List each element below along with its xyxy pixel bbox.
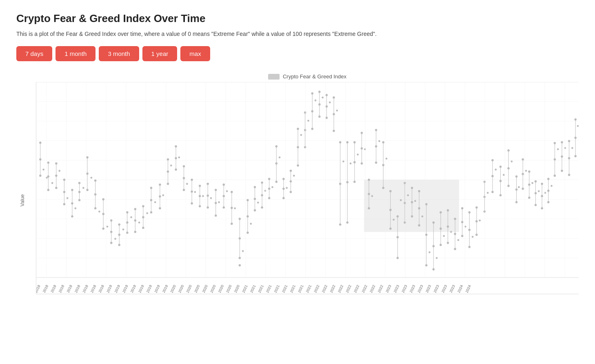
svg-point-65 <box>118 234 120 236</box>
svg-point-217 <box>404 182 406 184</box>
svg-point-102 <box>191 202 193 204</box>
btn-7days[interactable]: 7 days <box>16 46 52 61</box>
svg-point-182 <box>339 183 341 185</box>
svg-point-295 <box>541 207 543 209</box>
svg-point-190 <box>353 161 355 163</box>
svg-point-358 <box>357 154 359 155</box>
svg-point-25 <box>39 158 41 160</box>
svg-point-199 <box>368 207 370 209</box>
svg-point-101 <box>191 191 193 193</box>
svg-point-344 <box>257 202 259 203</box>
svg-point-251 <box>461 235 463 237</box>
svg-point-179 <box>333 130 335 132</box>
svg-point-277 <box>515 175 517 178</box>
page-title: Crypto Fear & Greed Index Over Time <box>16 12 579 25</box>
svg-point-64 <box>118 224 120 226</box>
svg-point-246 <box>454 233 456 235</box>
svg-point-213 <box>397 215 399 218</box>
svg-point-329 <box>138 222 140 223</box>
svg-point-147 <box>275 181 278 183</box>
svg-point-141 <box>268 178 270 180</box>
svg-point-135 <box>254 209 256 211</box>
svg-point-76 <box>142 205 144 207</box>
svg-point-209 <box>389 190 391 192</box>
svg-point-130 <box>246 215 249 218</box>
svg-point-285 <box>528 171 530 173</box>
svg-point-86 <box>159 207 161 209</box>
svg-point-120 <box>231 191 233 193</box>
svg-point-352 <box>315 100 316 101</box>
svg-point-77 <box>142 216 144 218</box>
svg-point-282 <box>522 173 524 175</box>
svg-point-379 <box>511 161 513 162</box>
svg-point-338 <box>210 197 212 199</box>
btn-1year[interactable]: 1 year <box>142 46 178 61</box>
svg-point-52 <box>94 180 96 182</box>
svg-point-122 <box>231 223 233 225</box>
btn-3month[interactable]: 3 month <box>99 46 139 61</box>
svg-point-334 <box>178 157 180 158</box>
svg-point-364 <box>400 199 402 201</box>
svg-point-249 <box>461 207 463 209</box>
svg-point-380 <box>518 186 520 188</box>
svg-point-350 <box>300 134 302 136</box>
svg-point-134 <box>254 198 256 200</box>
svg-point-369 <box>436 257 437 259</box>
svg-point-261 <box>484 181 486 183</box>
svg-point-74 <box>134 231 136 233</box>
svg-point-203 <box>375 162 377 164</box>
svg-point-385 <box>551 185 553 187</box>
legend-label: Crypto Fear & Greed Index <box>283 73 346 80</box>
svg-point-29 <box>47 175 49 178</box>
svg-point-161 <box>304 111 306 113</box>
svg-point-372 <box>457 239 459 241</box>
svg-point-237 <box>440 211 442 213</box>
svg-point-341 <box>234 207 236 209</box>
svg-point-92 <box>175 145 177 147</box>
svg-point-112 <box>215 189 217 191</box>
svg-point-290 <box>535 192 537 194</box>
svg-point-72 <box>134 208 136 210</box>
svg-point-382 <box>532 182 533 184</box>
chart-legend: Crypto Fear & Greed Index <box>36 73 579 80</box>
svg-point-233 <box>433 222 435 224</box>
legend-swatch <box>268 74 280 80</box>
svg-point-185 <box>346 141 349 143</box>
btn-max[interactable]: max <box>180 46 210 61</box>
svg-point-155 <box>290 191 292 193</box>
svg-point-24 <box>39 142 41 144</box>
svg-point-286 <box>528 184 530 186</box>
svg-point-214 <box>397 236 399 238</box>
btn-1month[interactable]: 1 month <box>56 46 95 61</box>
svg-point-34 <box>55 187 57 189</box>
svg-point-345 <box>264 190 266 191</box>
svg-point-62 <box>110 242 112 244</box>
svg-point-381 <box>525 170 527 172</box>
svg-point-363 <box>393 219 395 220</box>
svg-point-389 <box>577 125 579 127</box>
svg-point-375 <box>479 220 481 221</box>
svg-point-230 <box>425 234 427 236</box>
svg-point-206 <box>382 164 384 166</box>
svg-point-253 <box>468 211 471 213</box>
svg-point-169 <box>318 91 320 93</box>
svg-point-339 <box>218 201 220 203</box>
svg-point-311 <box>568 174 570 176</box>
svg-point-69 <box>126 222 128 224</box>
svg-point-337 <box>202 195 204 197</box>
svg-point-57 <box>102 213 104 215</box>
svg-point-302 <box>554 158 556 160</box>
svg-point-259 <box>475 234 477 236</box>
svg-point-125 <box>239 237 241 240</box>
svg-point-238 <box>440 228 442 230</box>
svg-point-33 <box>55 175 57 177</box>
svg-point-171 <box>318 115 320 118</box>
svg-point-360 <box>371 195 373 197</box>
svg-point-96 <box>183 165 185 167</box>
svg-point-368 <box>429 251 431 253</box>
svg-point-377 <box>495 169 497 171</box>
svg-point-313 <box>575 118 577 120</box>
svg-point-41 <box>71 202 73 204</box>
svg-point-263 <box>484 211 486 213</box>
svg-point-355 <box>336 110 338 111</box>
